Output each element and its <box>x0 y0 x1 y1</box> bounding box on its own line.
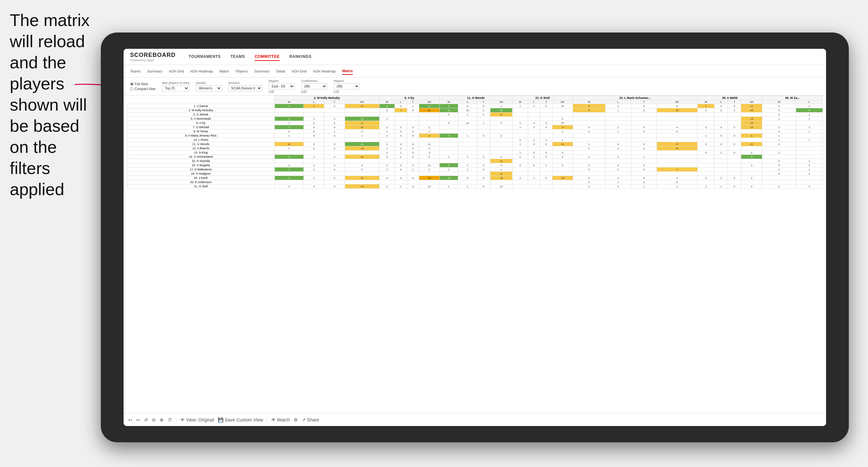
logo-sub: Powered by clippd <box>130 59 176 62</box>
compact-view-dot <box>130 87 133 90</box>
nav-teams[interactable]: TEAMS <box>230 53 245 61</box>
sub-nav-h2hheatmap2[interactable]: H2H Heatmap <box>313 68 336 74</box>
sub-nav-matrix[interactable]: Matrix <box>219 68 229 74</box>
table-row: 11. G Woods 10 0 0 14 1 4 0 11 <box>127 142 823 146</box>
filter-bar: Full View Compact View Max players in vi… <box>124 77 826 96</box>
gender-filter: Gender Women's <box>196 81 222 91</box>
sub-nav-summary2[interactable]: Summary <box>254 68 270 74</box>
zoom-in-button[interactable]: ⊕ <box>160 417 163 423</box>
table-row: 5. A Nomrowski 3 1 0 -11 1 <box>127 117 823 121</box>
sub-nav-teams[interactable]: Teams <box>130 68 141 74</box>
gender-select[interactable]: Women's <box>196 85 222 91</box>
table-row: 6. A Dy 7 0 0 11 0 14 1 4 <box>127 121 823 125</box>
conference-filter: Conference (All) (All) <box>301 80 327 93</box>
table-row: 18. H Hodgson 11 <box>127 172 823 176</box>
undo-button[interactable]: ↩ <box>128 417 132 423</box>
table-row: 7. O Mitchell 3 0 0 18 2 2 0 2 <box>127 125 823 129</box>
sub-nav: Teams Summary H2H Grid H2H Heatmap Matri… <box>124 65 826 77</box>
sub-nav-h2hgrid[interactable]: H2H Grid <box>169 68 184 74</box>
col-header-ady: 6. A Dy <box>379 96 439 100</box>
matrix-table: 2. M Kelly Mulcahy 6. A Dy 11. G Woods 2… <box>127 96 823 189</box>
share-button[interactable]: ↗ Share <box>302 417 319 423</box>
nav-bar: SCOREBOARD Powered by clippd TOURNAMENTS… <box>124 49 826 65</box>
col-header-za: 60. W Za... <box>762 96 823 100</box>
full-view-dot <box>130 82 133 86</box>
table-row: 3. S Jelinek 0 2 0 17 <box>127 113 823 117</box>
table-row: 19. J Karth 3 1 0 19 4 0 0 -20 10 0 0 <box>127 176 823 180</box>
table-row: 12. A Bianchi 2 0 0 -18 1 1 0 4 <box>127 146 823 151</box>
settings-button[interactable]: ⚙ <box>294 417 298 423</box>
table-row: 10. L Perini <box>127 138 823 142</box>
max-players-filter: Max players in view Top 25 <box>162 81 189 91</box>
bottom-toolbar: ↩ ↩ ↺ ⊖ ⊕ ⏱ 👁 View: Original 💾 Save Cust… <box>124 413 826 426</box>
full-view-radio[interactable]: Full View <box>130 82 155 86</box>
col-header-mulcahy: 2. M Kelly Mulcahy <box>275 96 379 100</box>
nav-items: TOURNAMENTS TEAMS COMMITTEE RANKINGS <box>189 53 312 61</box>
region-filter: Region East - DII (All) <box>269 80 294 93</box>
table-row: 17. D Ballesteros 3 1 0 5 2 0 1 3 1 1 0 <box>127 167 823 172</box>
matrix-container[interactable]: 2. M Kelly Mulcahy 6. A Dy 11. G Woods 2… <box>124 96 826 413</box>
sub-nav-players[interactable]: Players <box>236 68 248 74</box>
table-row: 1. J Garcia 3 1 0 27 3 0 1 -11 4 0 0 <box>127 104 823 108</box>
sub-nav-h2hheatmap[interactable]: H2H Heatmap <box>190 68 213 74</box>
region-select[interactable]: East - DII <box>269 83 294 89</box>
logo-area: SCOREBOARD Powered by clippd <box>130 52 176 62</box>
save-custom-view-button[interactable]: 💾 Save Custom View <box>218 417 263 423</box>
tablet-frame: SCOREBOARD Powered by clippd TOURNAMENTS… <box>101 33 849 442</box>
table-row: 21. O Stoll 4 0 0 -31 2 1 0 14 1 1 0 <box>127 184 823 189</box>
main-content: 2. M Kelly Mulcahy 6. A Dy 11. G Woods 2… <box>124 96 826 426</box>
tablet-screen: SCOREBOARD Powered by clippd TOURNAMENTS… <box>124 49 826 426</box>
watch-button[interactable]: 👁 Watch <box>271 417 290 423</box>
col-header-stoll: 21. O Stoll <box>513 96 573 100</box>
conference-select[interactable]: (All) <box>301 83 327 89</box>
table-row: 14. S Srichantamit 3 1 0 14 0 1 0 5 1 2 … <box>127 155 823 159</box>
view-original-button[interactable]: 👁 View: Original <box>180 417 214 423</box>
nav-rankings[interactable]: RANKINGS <box>289 53 312 61</box>
table-row: 2. M Kelly Mulcahy 0 7 0 40 10 10 0 <box>127 108 823 113</box>
view-radio-group: Full View Compact View <box>130 82 155 91</box>
nav-committee[interactable]: COMMITTEE <box>255 53 280 61</box>
compact-view-radio[interactable]: Compact View <box>130 87 155 91</box>
redo-button[interactable]: ↩ <box>136 417 140 423</box>
toolbar-divider-2 <box>267 416 267 423</box>
players-select[interactable]: (All) <box>334 83 360 89</box>
division-filter: Division NCAA Division II <box>228 81 262 91</box>
table-row: 9. A Maria Jimenez Rios 1 0 0 1 1 0 0 -7… <box>127 134 823 138</box>
table-row: 15. H Stranda 11 <box>127 159 823 163</box>
division-select[interactable]: NCAA Division II <box>228 85 262 91</box>
zoom-out-button[interactable]: ⊖ <box>152 417 156 423</box>
toolbar-divider-1 <box>176 416 176 423</box>
table-row: 20. E Andersson <box>127 180 823 184</box>
col-header-woods: 11. G Woods <box>439 96 512 100</box>
players-filter: Players (All) (All) <box>334 80 360 93</box>
nav-tournaments[interactable]: TOURNAMENTS <box>189 53 221 61</box>
sub-nav-detail[interactable]: Detail <box>276 68 285 74</box>
sub-nav-summary[interactable]: Summary <box>147 68 162 74</box>
table-row: 16. X Mcgaha 2 1 0 3 1 0 0 11 0 1 0 <box>127 163 823 167</box>
max-players-select[interactable]: Top 25 <box>162 85 189 91</box>
refresh-button[interactable]: ↺ <box>144 417 148 423</box>
logo-text: SCOREBOARD <box>130 52 176 59</box>
col-header-schumac: 23. L Marie Schumac... <box>573 96 698 100</box>
col-header-webb: 38. A Webb <box>698 96 762 100</box>
table-row: 8. M Torres 0 0 1 0 1 0 0 2 <box>127 129 823 134</box>
table-row: 13. N Klug 2 1 0 -2 <box>127 151 823 155</box>
sub-nav-h2hgrid2[interactable]: H2H Grid <box>292 68 307 74</box>
timer-button[interactable]: ⏱ <box>167 417 172 423</box>
sub-nav-matrix2[interactable]: Matrix <box>342 68 352 75</box>
